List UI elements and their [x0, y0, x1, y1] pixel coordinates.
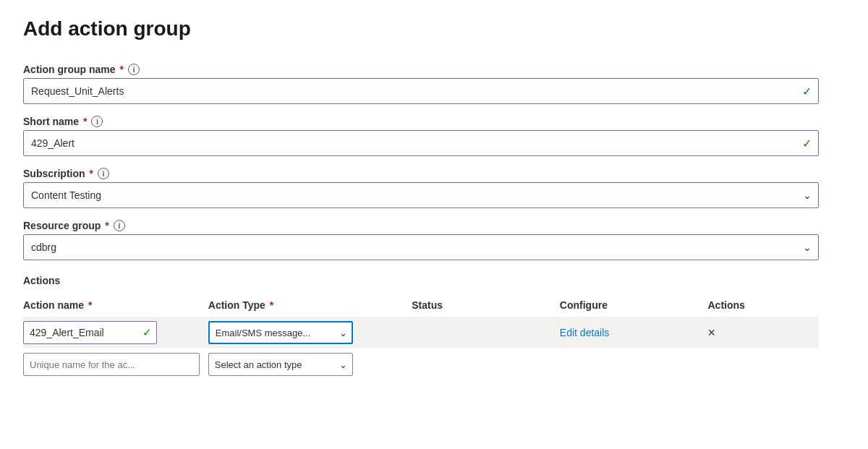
- table-cell-status: [412, 317, 560, 348]
- table-cell-new-status: [412, 348, 560, 380]
- short-name-label: Short name * i: [23, 116, 819, 127]
- required-indicator: *: [83, 116, 87, 127]
- new-action-type-dropdown-wrapper: Select an action type ⌄: [208, 353, 353, 376]
- action-name-input[interactable]: [23, 321, 157, 344]
- short-name-wrapper: ✓: [23, 130, 819, 156]
- table-row: ✓ Email/SMS message... ⌄: [23, 317, 819, 348]
- required-indicator: *: [90, 168, 93, 179]
- table-cell-new-action-type: Select an action type ⌄: [208, 348, 412, 380]
- table-cell-new-actions: [707, 348, 819, 380]
- required-indicator: *: [120, 64, 124, 75]
- table-cell-new-configure: [560, 348, 708, 380]
- required-star-action-type: *: [267, 299, 273, 311]
- subscription-dropdown[interactable]: Content Testing: [23, 182, 819, 208]
- subscription-wrapper: Content Testing ⌄: [23, 182, 819, 208]
- page-title: Add action group: [23, 17, 845, 40]
- short-name-input[interactable]: [23, 130, 819, 156]
- action-type-dropdown[interactable]: Email/SMS message...: [208, 321, 353, 344]
- col-header-configure: Configure: [560, 294, 708, 317]
- table-cell-action-name: ✓: [23, 317, 208, 348]
- actions-section-label: Actions: [23, 275, 819, 286]
- delete-action-icon[interactable]: ×: [707, 325, 715, 340]
- edit-details-link[interactable]: Edit details: [560, 327, 609, 338]
- col-header-action-name: Action name *: [23, 294, 208, 317]
- actions-section: Actions Action name * Action Type *: [23, 275, 819, 380]
- info-icon-short[interactable]: i: [91, 116, 103, 127]
- resource-group-dropdown[interactable]: cdbrg: [23, 234, 819, 260]
- col-header-actions: Actions: [707, 294, 819, 317]
- actions-table: Action name * Action Type * Status: [23, 294, 819, 380]
- info-icon-resource[interactable]: i: [114, 220, 125, 231]
- col-header-status: Status: [412, 294, 560, 317]
- resource-group-group: Resource group * i cdbrg ⌄: [23, 220, 819, 260]
- new-action-type-dropdown[interactable]: Select an action type: [208, 353, 353, 376]
- subscription-group: Subscription * i Content Testing ⌄: [23, 168, 819, 208]
- label-text: Subscription: [23, 168, 85, 179]
- label-text: Action group name: [23, 64, 116, 75]
- col-header-action-type: Action Type *: [208, 294, 412, 317]
- table-cell-actions: ×: [707, 317, 819, 348]
- resource-group-wrapper: cdbrg ⌄: [23, 234, 819, 260]
- label-text: Short name: [23, 116, 79, 127]
- info-icon-subscription[interactable]: i: [98, 168, 109, 179]
- action-group-name-input[interactable]: [23, 78, 819, 104]
- action-group-name-group: Action group name * i ✓: [23, 64, 819, 104]
- action-group-name-label: Action group name * i: [23, 64, 819, 75]
- action-type-dropdown-wrapper: Email/SMS message... ⌄: [208, 321, 353, 344]
- label-text: Resource group: [23, 220, 101, 231]
- form-section: Action group name * i ✓ Short name * i ✓…: [23, 64, 819, 380]
- subscription-label: Subscription * i: [23, 168, 819, 179]
- action-group-name-wrapper: ✓: [23, 78, 819, 104]
- short-name-group: Short name * i ✓: [23, 116, 819, 156]
- table-cell-configure: Edit details: [560, 317, 708, 348]
- table-new-row: Select an action type ⌄: [23, 348, 819, 380]
- resource-group-label: Resource group * i: [23, 220, 819, 231]
- action-name-input-wrapper: ✓: [23, 321, 157, 344]
- info-icon[interactable]: i: [128, 64, 140, 75]
- table-cell-action-type: Email/SMS message... ⌄: [208, 317, 412, 348]
- table-cell-new-action-name: [23, 348, 208, 380]
- required-indicator: *: [105, 220, 109, 231]
- table-header-row: Action name * Action Type * Status: [23, 294, 819, 317]
- required-star-action-name: *: [85, 299, 92, 311]
- new-action-name-input[interactable]: [23, 353, 200, 376]
